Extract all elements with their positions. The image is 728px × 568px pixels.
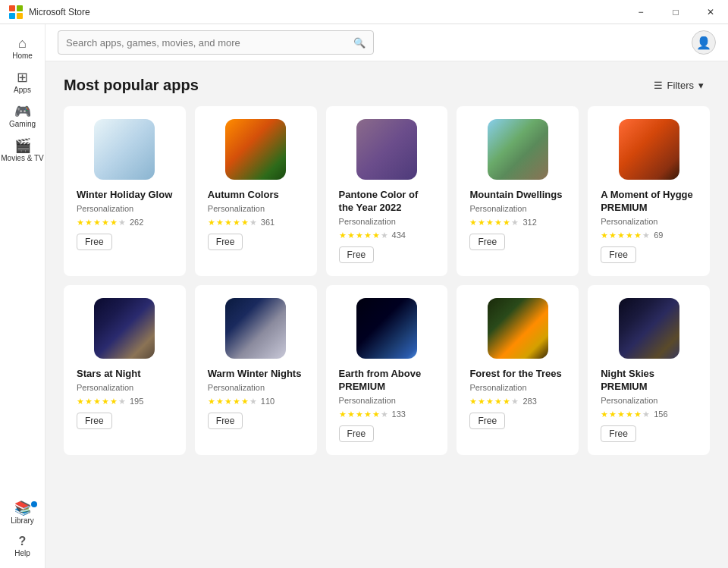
app-price-night-skies[interactable]: Free [601,425,636,442]
user-avatar[interactable]: 👤 [692,30,716,55]
stars-earth-from-above: ★★★★★★ [339,410,388,419]
app-category-stars-at-night: Personalization [77,383,173,392]
app-icon-winter-holiday-glow [94,119,155,180]
star-empty: ★ [642,231,650,240]
search-box[interactable]: 🔍 [58,30,374,55]
star-full: ★ [609,410,617,419]
app-icon-wrapper [208,119,304,180]
star-full: ★ [494,397,502,406]
app-category-forest-for-trees: Personalization [469,383,566,392]
star-full: ★ [216,218,224,228]
rating-count-mountain-dwellings: 312 [522,218,536,227]
maximize-button[interactable]: □ [658,0,693,24]
titlebar-title: Microsoft Store [29,7,90,17]
star-empty: ★ [381,231,388,240]
app-card-stars-at-night[interactable]: Stars at Night Personalization ★★★★★★ 19… [64,285,186,455]
app-icon-moment-hygge [619,119,679,180]
star-full: ★ [347,410,355,419]
star-full: ★ [77,397,84,406]
star-full: ★ [85,397,93,406]
app-layout: ⌂ Home ⊞ Apps 🎮 Gaming 🎬 Movies & TV 📚 L… [0,24,728,568]
stars-pantone-color: ★★★★★★ [339,231,388,240]
app-icon-autumn-colors [225,119,286,180]
star-full: ★ [478,397,485,406]
sidebar-item-apps[interactable]: ⊞ Apps [0,64,45,99]
search-input[interactable] [66,37,347,49]
app-price-winter-holiday-glow[interactable]: Free [77,234,112,250]
app-name-moment-hygge: A Moment of Hygge PREMIUM [601,189,697,215]
filters-button[interactable]: ☰ Filters ▾ [648,77,710,94]
chevron-down-icon: ▾ [698,80,704,91]
minimize-button[interactable]: − [623,0,658,24]
app-price-autumn-colors[interactable]: Free [208,234,243,250]
sidebar-bottom: 📚 Library ? Help [0,495,45,568]
star-half: ★ [110,218,118,228]
app-category-pantone-color: Personalization [339,217,435,226]
sidebar-label-help: Help [14,549,30,557]
app-card-forest-for-trees[interactable]: Forest for the Trees Personalization ★★★… [457,285,579,455]
star-full: ★ [233,397,240,406]
sidebar-item-help[interactable]: ? Help [0,529,45,562]
star-full: ★ [77,218,84,228]
app-card-autumn-colors[interactable]: Autumn Colors Personalization ★★★★★★ 361… [195,106,317,276]
titlebar-left: Microsoft Store [0,5,90,19]
app-rating-pantone-color: ★★★★★★ 434 [339,231,435,240]
app-category-mountain-dwellings: Personalization [469,204,566,213]
sidebar-item-gaming[interactable]: 🎮 Gaming [0,99,45,133]
app-price-pantone-color[interactable]: Free [339,246,375,263]
star-half: ★ [241,397,249,406]
app-card-moment-hygge[interactable]: A Moment of Hygge PREMIUM Personalizatio… [588,106,710,276]
star-full: ★ [339,410,347,419]
app-icon-warm-winter-nights [225,298,286,359]
app-icon-earth-from-above [356,298,417,359]
app-rating-warm-winter-nights: ★★★★★★ 110 [208,397,304,406]
star-full: ★ [469,218,477,228]
sidebar-item-home[interactable]: ⌂ Home [0,30,45,64]
app-name-mountain-dwellings: Mountain Dwellings [469,189,566,202]
star-full: ★ [102,397,109,406]
app-icon-wrapper [469,119,566,180]
app-price-earth-from-above[interactable]: Free [339,425,375,442]
sidebar-item-library[interactable]: 📚 Library [0,495,45,529]
app-rating-forest-for-trees: ★★★★★★ 283 [469,397,566,406]
page-title: Most popular apps [64,77,199,94]
rating-count-stars-at-night: 195 [130,397,143,406]
sidebar-item-movies[interactable]: 🎬 Movies & TV [0,133,45,167]
app-card-winter-holiday-glow[interactable]: Winter Holiday Glow Personalization ★★★★… [64,106,186,276]
titlebar-controls: − □ ✕ [623,0,728,24]
rating-count-warm-winter-nights: 110 [261,397,275,406]
app-icon-wrapper [469,298,566,359]
star-half: ★ [372,231,380,240]
star-full: ★ [601,231,608,240]
rating-count-night-skies: 156 [654,410,667,419]
home-icon: ⌂ [18,36,27,50]
star-full: ★ [478,218,485,228]
star-half: ★ [503,218,510,228]
star-full: ★ [93,397,101,406]
app-category-night-skies: Personalization [601,396,697,405]
star-full: ★ [347,231,355,240]
app-card-earth-from-above[interactable]: Earth from Above PREMIUM Personalization… [326,285,448,455]
close-button[interactable]: ✕ [693,0,728,24]
filter-icon: ☰ [654,80,663,91]
star-full: ★ [224,397,232,406]
app-card-warm-winter-nights[interactable]: Warm Winter Nights Personalization ★★★★★… [195,285,317,455]
app-card-pantone-color[interactable]: Pantone Color of the Year 2022 Personali… [326,106,448,276]
app-card-night-skies[interactable]: Night Skies PREMIUM Personalization ★★★★… [588,285,710,455]
app-price-moment-hygge[interactable]: Free [601,246,636,263]
star-full: ★ [224,218,232,228]
star-full: ★ [503,397,510,406]
app-card-mountain-dwellings[interactable]: Mountain Dwellings Personalization ★★★★★… [457,106,579,276]
app-price-forest-for-trees[interactable]: Free [469,413,505,429]
app-price-stars-at-night[interactable]: Free [77,413,112,429]
rating-count-winter-holiday-glow: 262 [130,218,143,227]
app-price-mountain-dwellings[interactable]: Free [469,234,505,250]
user-icon: 👤 [696,36,711,50]
star-half: ★ [634,410,642,419]
app-price-warm-winter-nights[interactable]: Free [208,413,243,429]
app-rating-earth-from-above: ★★★★★★ 133 [339,410,435,419]
app-rating-mountain-dwellings: ★★★★★★ 312 [469,218,566,228]
stars-mountain-dwellings: ★★★★★★ [469,218,519,228]
star-half: ★ [110,397,118,406]
star-empty: ★ [381,410,388,419]
